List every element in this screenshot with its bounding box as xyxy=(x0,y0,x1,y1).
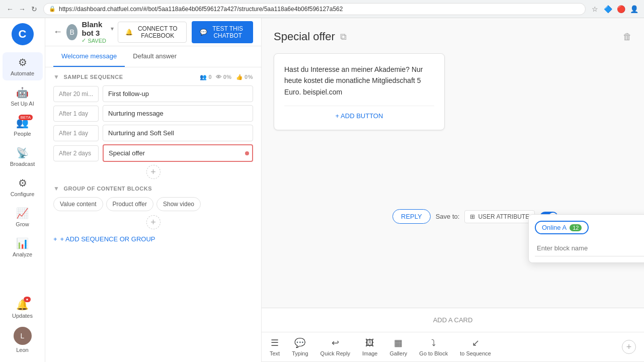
reply-button[interactable]: REPLY xyxy=(392,209,431,224)
user-avatar: L xyxy=(14,327,32,345)
automate-label: Automate xyxy=(11,70,34,76)
check-icon: ✓ xyxy=(82,37,86,44)
add-card-label: ADD A CARD xyxy=(433,316,473,324)
typing-icon: 💬 xyxy=(294,337,305,348)
content-blocks-header: ▼ GROUP OF CONTENT BLOCKS xyxy=(53,185,253,192)
add-button-link[interactable]: + ADD BUTTON xyxy=(336,112,383,120)
connect-facebook-button[interactable]: 🔔 CONNECT TO FACEBOOK xyxy=(118,22,187,43)
add-sequence-group-button[interactable]: + + ADD SEQUENCE OR GROUP xyxy=(53,231,253,247)
sidebar-item-updates[interactable]: 🔔 ● Updates xyxy=(3,295,43,323)
seq-time-3[interactable] xyxy=(53,145,99,161)
seq-name-3[interactable] xyxy=(103,144,253,162)
bot-name: Blank bot 3 xyxy=(82,20,109,37)
back-button[interactable]: ← xyxy=(5,4,15,14)
seq-row-1 xyxy=(53,105,253,122)
test-chatbot-button[interactable]: 💬 TEST THIS CHATBOT xyxy=(192,21,253,43)
delete-icon-top[interactable]: 🗑 xyxy=(623,32,632,42)
setup-ai-label: Set Up AI xyxy=(11,101,34,107)
refresh-button[interactable]: ↻ xyxy=(29,4,39,14)
analyze-icon: 📊 xyxy=(16,238,29,249)
updates-label: Updates xyxy=(12,313,33,319)
bot-info: Blank bot 3 ▾ ✓ SAVED xyxy=(82,20,114,44)
user-attribute-label: USER ATTRIBUTE xyxy=(478,213,529,220)
toolbar-go-to-block[interactable]: ⤵ Go to Block xyxy=(419,338,448,356)
chip-product-offer[interactable]: Product offer xyxy=(106,197,153,211)
copy-icon[interactable]: ⧉ xyxy=(340,32,347,42)
add-card-row[interactable]: ADD A CARD xyxy=(262,308,644,332)
sidebar-item-grow[interactable]: 📈 Grow xyxy=(3,203,43,231)
content-blocks-section: ▼ GROUP OF CONTENT BLOCKS Value content … xyxy=(53,185,253,229)
topbar-right: 🔔 CONNECT TO FACEBOOK 💬 TEST THIS CHATBO… xyxy=(118,21,253,43)
forward-button[interactable]: → xyxy=(17,4,27,14)
to-sequence-icon: ↙ xyxy=(472,337,479,348)
collapse-icon[interactable]: ▼ xyxy=(53,73,59,80)
app-logo: C xyxy=(12,23,34,45)
secure-icon: 🔒 xyxy=(49,6,56,12)
toolbar-image[interactable]: 🖼 Image xyxy=(362,338,378,356)
status-label: SAVED xyxy=(88,38,106,44)
go-to-block-label: Go to Block xyxy=(419,350,448,356)
nav-buttons: ← → ↻ xyxy=(5,4,39,14)
gallery-icon: ▦ xyxy=(394,337,403,348)
sidebar-item-setup-ai[interactable]: 🤖 Set Up AI xyxy=(3,82,43,111)
test-label: TEST THIS CHATBOT xyxy=(210,25,245,39)
seq-row-0 xyxy=(53,85,253,102)
message-text: Hast du Interesse an meiner Akademie? Nu… xyxy=(284,64,434,98)
sidebar-item-automate[interactable]: ⚙ Automate xyxy=(3,52,43,80)
browser-chrome: ← → ↻ 🔒 https://dashboard.chatfuel.com/#… xyxy=(0,0,644,18)
seq-time-2[interactable] xyxy=(53,125,99,141)
star-icon[interactable]: ☆ xyxy=(590,4,600,14)
toolbar-typing[interactable]: 💬 Typing xyxy=(292,337,308,356)
bot-dropdown-arrow[interactable]: ▾ xyxy=(111,25,114,32)
extension-icon-2[interactable]: 🔴 xyxy=(616,4,626,14)
profile-icon[interactable]: 👤 xyxy=(629,4,639,14)
seq-time-1[interactable] xyxy=(53,106,99,122)
to-sequence-label: to Sequence xyxy=(460,350,491,356)
content-blocks-label: GROUP OF CONTENT BLOCKS xyxy=(63,186,152,192)
updates-badge: ● xyxy=(24,297,31,302)
chip-show-video[interactable]: Show video xyxy=(156,197,201,211)
user-attribute-button[interactable]: ⊞ USER ATTRIBUTE xyxy=(464,210,535,223)
toolbar-text[interactable]: ☰ Text xyxy=(270,337,280,356)
add-seq-item-button[interactable]: + xyxy=(146,165,160,179)
toolbar-to-sequence[interactable]: ↙ to Sequence xyxy=(460,337,491,356)
analyze-label: Analyze xyxy=(13,251,32,257)
block-name-popup: Online A 12 xyxy=(528,214,644,263)
extension-icon-1[interactable]: 🔷 xyxy=(603,4,613,14)
sidebar-item-analyze[interactable]: 📊 Analyze xyxy=(3,233,43,261)
add-block-button[interactable]: + xyxy=(146,215,160,229)
broadcast-label: Broadcast xyxy=(10,161,35,167)
sidebar-item-broadcast[interactable]: 📡 Broadcast xyxy=(3,143,43,171)
text-label: Text xyxy=(270,350,280,356)
grow-icon: 📈 xyxy=(16,208,29,219)
seq-time-0[interactable] xyxy=(53,86,99,102)
seq-name-2[interactable] xyxy=(103,125,253,141)
sidebar-item-configure[interactable]: ⚙ Configure xyxy=(3,173,43,201)
chip-value-content[interactable]: Value content xyxy=(53,197,103,211)
sidebar-bottom: 🔔 ● Updates L Leon xyxy=(3,295,43,357)
seq-name-0[interactable] xyxy=(103,85,253,102)
tab-welcome-message[interactable]: Welcome message xyxy=(53,46,125,67)
quick-reply-label: Quick Reply xyxy=(320,350,350,356)
back-nav-button[interactable]: ← xyxy=(53,27,62,37)
bell-icon: 🔔 xyxy=(125,29,133,36)
content-blocks-collapse[interactable]: ▼ xyxy=(53,185,59,192)
offer-header: Special offer ⧉ 🗑 xyxy=(274,30,632,43)
gallery-section: ADD A CARD ☰ Text 💬 Typing ↩ Quick Reply… xyxy=(262,308,644,362)
toolbar-gallery[interactable]: ▦ Gallery xyxy=(389,337,407,356)
popup-tag-count: 12 xyxy=(570,224,582,231)
tab-bar: Welcome message Default answer xyxy=(45,46,261,67)
block-name-input[interactable] xyxy=(535,240,644,256)
center-panel: ← B Blank bot 3 ▾ ✓ SAVED 🔔 CONNECT TO F… xyxy=(45,18,262,362)
seq-name-1[interactable] xyxy=(103,105,253,122)
toolbar-quick-reply[interactable]: ↩ Quick Reply xyxy=(320,337,350,356)
text-icon: ☰ xyxy=(271,337,279,348)
sidebar-item-user[interactable]: L Leon xyxy=(3,323,43,357)
active-dot xyxy=(245,151,249,155)
address-bar[interactable]: 🔒 https://dashboard.chatfuel.com/#/bot/5… xyxy=(43,3,586,15)
tab-default-answer[interactable]: Default answer xyxy=(125,46,185,67)
sidebar-item-people[interactable]: 👥 BETA People xyxy=(3,113,43,141)
add-button-row: + ADD BUTTON xyxy=(284,106,434,120)
sequence-stats: 👥 0 👁 0% 👍 0% xyxy=(200,74,253,80)
toolbar-add-button[interactable]: + xyxy=(622,340,636,354)
